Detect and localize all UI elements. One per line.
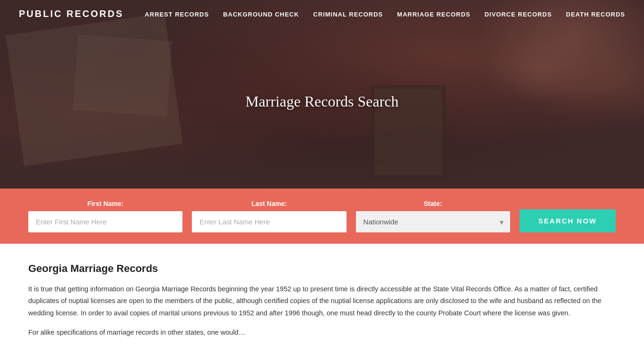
state-select-wrapper: Nationwide Alabama Alaska Arizona Arkans… (356, 211, 510, 232)
search-button-wrapper: SEARCH NOW (520, 209, 616, 232)
last-name-input[interactable] (192, 211, 346, 232)
nav-item-background[interactable]: BACKGROUND CHECK (223, 10, 299, 18)
content-paragraph-1: It is true that getting information on G… (28, 283, 616, 319)
search-bar: First Name: Last Name: State: Nationwide… (0, 189, 644, 244)
search-now-button[interactable]: SEARCH NOW (520, 209, 616, 232)
nav-links: ARREST RECORDS BACKGROUND CHECK CRIMINAL… (145, 10, 625, 18)
site-logo[interactable]: PUBLIC RECORDS (19, 8, 124, 19)
first-name-label: First Name: (28, 200, 182, 207)
nav-item-criminal[interactable]: CRIMINAL RECORDS (313, 10, 383, 18)
state-label: State: (356, 200, 510, 207)
first-name-field: First Name: (28, 200, 182, 232)
main-content: Georgia Marriage Records It is true that… (0, 244, 644, 358)
nav-link-marriage[interactable]: MARRIAGE RECORDS (397, 11, 470, 18)
hero-section: Marriage Records Search (0, 0, 644, 189)
main-nav: PUBLIC RECORDS ARREST RECORDS BACKGROUND… (0, 0, 644, 28)
nav-link-criminal[interactable]: CRIMINAL RECORDS (313, 11, 383, 18)
state-select[interactable]: Nationwide Alabama Alaska Arizona Arkans… (356, 211, 510, 232)
nav-item-death[interactable]: DEATH RECORDS (566, 10, 625, 18)
content-heading: Georgia Marriage Records (28, 263, 616, 275)
nav-item-divorce[interactable]: DIVORCE RECORDS (485, 10, 552, 18)
hero-title: Marriage Records Search (245, 93, 398, 110)
first-name-input[interactable] (28, 211, 182, 232)
nav-link-divorce[interactable]: DIVORCE RECORDS (485, 11, 552, 18)
nav-item-marriage[interactable]: MARRIAGE RECORDS (397, 10, 470, 18)
nav-link-background[interactable]: BACKGROUND CHECK (223, 11, 299, 18)
state-field: State: Nationwide Alabama Alaska Arizona… (356, 200, 510, 232)
nav-link-death[interactable]: DEATH RECORDS (566, 11, 625, 18)
last-name-field: Last Name: (192, 200, 346, 232)
content-paragraph-2: For alike specifications of marriage rec… (28, 327, 616, 338)
last-name-label: Last Name: (192, 200, 346, 207)
nav-link-arrest[interactable]: ARREST RECORDS (145, 11, 209, 18)
nav-item-arrest[interactable]: ARREST RECORDS (145, 10, 209, 18)
